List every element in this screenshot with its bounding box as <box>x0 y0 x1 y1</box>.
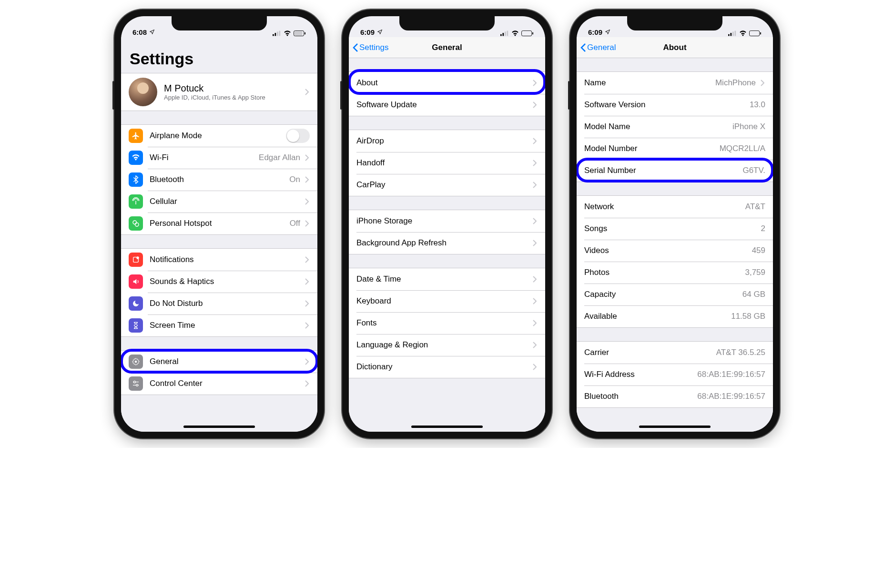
row-label: Notifications <box>150 255 300 264</box>
storage-group: iPhone Storage Background App Refresh <box>349 210 545 254</box>
model-number-row[interactable]: Model Number MQCR2LL/A <box>577 138 773 160</box>
row-label: Dictionary <box>356 362 528 372</box>
row-label: Control Center <box>150 379 300 388</box>
wifi-icon <box>129 151 143 165</box>
chevron-right-icon <box>533 138 538 144</box>
sounds-icon <box>129 274 143 289</box>
back-button[interactable]: Settings <box>353 37 388 58</box>
name-row[interactable]: Name MichPhone <box>577 72 773 94</box>
row-label: Sounds & Haptics <box>150 277 300 286</box>
chevron-right-icon <box>305 322 310 329</box>
profile-row[interactable]: M Potuck Apple ID, iCloud, iTunes & App … <box>121 73 317 111</box>
wifi-address-row[interactable]: Wi-Fi Address68:AB:1E:99:16:57 <box>577 364 773 385</box>
airplane-toggle[interactable] <box>286 129 310 143</box>
bluetooth-row[interactable]: Bluetooth On <box>121 169 317 191</box>
cellular-row[interactable]: Cellular <box>121 191 317 213</box>
row-label: Videos <box>584 246 609 255</box>
locale-group: Date & Time Keyboard Fonts Language & Re… <box>349 268 545 378</box>
handoff-row[interactable]: Handoff <box>349 152 545 174</box>
svg-point-16 <box>136 384 138 386</box>
iphone-storage-row[interactable]: iPhone Storage <box>349 210 545 232</box>
bluetooth-address-row[interactable]: Bluetooth68:AB:1E:99:16:57 <box>577 385 773 407</box>
svg-rect-22 <box>532 32 533 35</box>
row-value: MichPhone <box>715 78 756 88</box>
svg-rect-23 <box>728 34 730 36</box>
cellular-icon <box>129 194 143 209</box>
row-label: General <box>150 357 300 366</box>
background-refresh-row[interactable]: Background App Refresh <box>349 232 545 254</box>
control-center-row[interactable]: Control Center <box>121 373 317 395</box>
chevron-right-icon <box>533 364 538 370</box>
device-info-group: Name MichPhone Software Version 13.0 Mod… <box>577 71 773 182</box>
row-label: Available <box>584 312 617 321</box>
status-time: 6:09 <box>360 28 375 36</box>
home-indicator <box>639 426 711 428</box>
serial-number-row[interactable]: Serial Number G6TV. <box>577 160 773 182</box>
row-value: MQCR2LL/A <box>720 144 765 153</box>
nav-bar: Settings General <box>349 37 545 58</box>
notch <box>399 16 495 30</box>
bluetooth-icon <box>129 172 143 187</box>
svg-rect-17 <box>500 34 502 36</box>
language-region-row[interactable]: Language & Region <box>349 334 545 356</box>
signal-icon <box>273 30 281 36</box>
keyboard-row[interactable]: Keyboard <box>349 290 545 312</box>
carplay-row[interactable]: CarPlay <box>349 174 545 196</box>
songs-row[interactable]: Songs2 <box>577 218 773 240</box>
available-row[interactable]: Available11.58 GB <box>577 305 773 327</box>
row-label: Network <box>584 202 614 212</box>
phone-frame-1: 6:08 Settings <box>114 10 324 438</box>
model-name-row[interactable]: Model Name iPhone X <box>577 116 773 138</box>
about-row[interactable]: About <box>349 72 545 94</box>
profile-subtitle: Apple ID, iCloud, iTunes & App Store <box>164 94 300 101</box>
airplane-mode-row[interactable]: Airplane Mode <box>121 125 317 147</box>
dictionary-row[interactable]: Dictionary <box>349 356 545 378</box>
row-label: Handoff <box>356 158 528 168</box>
carrier-row[interactable]: CarrierAT&T 36.5.25 <box>577 342 773 364</box>
about-group: About Software Update <box>349 71 545 116</box>
sounds-row[interactable]: Sounds & Haptics <box>121 271 317 293</box>
svg-point-11 <box>135 223 139 227</box>
notifications-row[interactable]: Notifications <box>121 249 317 271</box>
chevron-right-icon <box>533 101 538 108</box>
row-label: Songs <box>584 224 607 233</box>
row-value: 68:AB:1E:99:16:57 <box>697 392 765 401</box>
status-time: 6:08 <box>132 28 147 36</box>
row-label: Serial Number <box>584 166 636 175</box>
svg-rect-25 <box>732 31 734 36</box>
home-indicator <box>183 426 255 428</box>
back-button[interactable]: General <box>580 37 616 58</box>
chevron-right-icon <box>305 300 310 307</box>
row-label: Language & Region <box>356 340 528 350</box>
wifi-row[interactable]: Wi-Fi Edgar Allan <box>121 147 317 169</box>
fonts-row[interactable]: Fonts <box>349 312 545 334</box>
general-icon <box>129 355 143 369</box>
general-row[interactable]: General <box>121 351 317 373</box>
dnd-row[interactable]: Do Not Disturb <box>121 293 317 314</box>
svg-rect-27 <box>750 30 760 36</box>
phone-frame-2: 6:09 Settings General About <box>342 10 552 438</box>
nav-title: About <box>663 43 686 52</box>
row-label: Airplane Mode <box>150 131 286 141</box>
airdrop-row[interactable]: AirDrop <box>349 130 545 152</box>
notifications-icon <box>129 253 143 267</box>
videos-row[interactable]: Videos459 <box>577 240 773 262</box>
home-indicator <box>411 426 483 428</box>
row-value: AT&T <box>745 202 765 212</box>
phone-frame-3: 6:09 General About Name MichPhone <box>570 10 780 438</box>
hotspot-row[interactable]: Personal Hotspot Off <box>121 213 317 234</box>
battery-icon <box>749 30 762 36</box>
capacity-row[interactable]: Capacity64 GB <box>577 284 773 305</box>
chevron-right-icon <box>533 298 538 304</box>
location-icon <box>149 28 155 36</box>
row-value: iPhone X <box>732 122 765 132</box>
date-time-row[interactable]: Date & Time <box>349 268 545 290</box>
nav-bar: General About <box>577 37 773 58</box>
photos-row[interactable]: Photos3,759 <box>577 262 773 284</box>
row-label: Keyboard <box>356 296 528 306</box>
software-version-row[interactable]: Software Version 13.0 <box>577 94 773 116</box>
screentime-icon <box>129 318 143 333</box>
screentime-row[interactable]: Screen Time <box>121 314 317 336</box>
software-update-row[interactable]: Software Update <box>349 94 545 116</box>
network-row[interactable]: NetworkAT&T <box>577 196 773 218</box>
